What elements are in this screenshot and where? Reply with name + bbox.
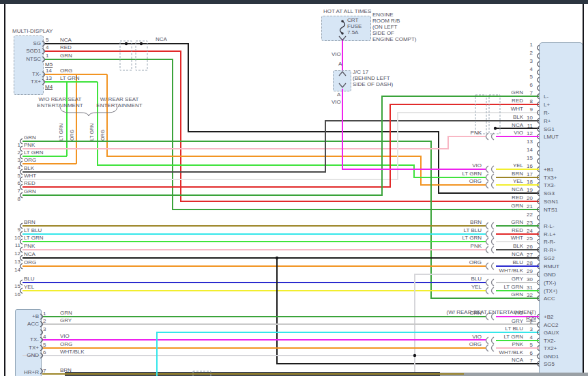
wire-color-label: VIO — [442, 162, 482, 169]
right-pin-name-+B1: +B1 — [544, 167, 553, 173]
diagram-right-border — [583, 4, 584, 376]
wire-color-label: ORG — [60, 341, 72, 347]
wire-color-label: RED — [486, 227, 523, 233]
wire-color-label: WHT/BLK — [486, 349, 523, 356]
right-pin-name-SG1: SG1 — [544, 126, 555, 132]
right-pin-name-GND: GND — [544, 272, 556, 278]
wire-color-label: LT GRN — [442, 235, 482, 241]
right-pin-number-15: 15 — [518, 155, 533, 161]
connector-ref-m4[interactable]: M4 — [45, 84, 53, 90]
multi-display-pin-number-4: 4 — [46, 44, 48, 50]
multi-display-pin-name-TX-: TX- — [19, 71, 41, 77]
wire-color-label: GRN — [486, 219, 523, 225]
wire-color-label: BLK — [486, 243, 523, 249]
wire-color-label: BLK — [486, 114, 523, 120]
multi-display-pin-name-SGD1: SGD1 — [19, 48, 41, 54]
wire-color-vio-upper: VIO — [332, 51, 341, 57]
wire-color-label: GRN — [24, 134, 36, 141]
splice-dot — [413, 354, 416, 357]
wire-color-label: LT BLU — [486, 326, 523, 332]
left-pin-terminal-9 — [20, 223, 23, 229]
left-pin-number-16: 16 — [7, 291, 20, 298]
bottom-left-pin-number-6: 6 — [43, 349, 46, 356]
vertical-wire-label-org-1: ORG — [70, 111, 74, 141]
right-pin-name-L-: L- — [544, 93, 548, 100]
wire-color-label: PNK — [24, 243, 35, 249]
wire-color-label: PNK — [442, 130, 482, 136]
wire-ltgrn — [98, 82, 486, 177]
wire-color-label: VIO — [486, 310, 523, 316]
right-pin-number-3: 3 — [518, 58, 533, 64]
without-rear-seat-label: W/O REAR SEAT ENTERTAINMENT — [36, 96, 84, 109]
wire-color-label: GRN — [60, 310, 72, 316]
left-pin-number-11: 11 — [7, 242, 20, 248]
window-bottom-bar — [65, 372, 440, 376]
fuse-location-label: ENGINE ROOM R/B (ON LEFT SIDE OF ENGINE … — [372, 12, 416, 42]
wire-color-label: RED — [60, 44, 72, 50]
wire-color-label: NCA — [486, 122, 523, 128]
wire-color-label: PNK — [486, 341, 523, 347]
bottom-left-pin-number-5: 5 — [43, 342, 46, 348]
wire-color-label: VIO — [486, 130, 523, 136]
right-pin-number-22: 22 — [518, 212, 533, 218]
right-pin-number-5: 5 — [518, 74, 533, 80]
wire-color-label: LT GRN — [486, 284, 523, 290]
fuse-label: CRT FUSE 7.5A — [347, 17, 362, 35]
terminal-tag-a-lower: A — [337, 91, 340, 98]
left-pin-terminal-4 — [20, 161, 23, 167]
junction-connector-box — [333, 70, 351, 91]
wire-color-label: ORG — [24, 157, 36, 163]
left-pin-number-5: 5 — [7, 173, 20, 179]
wiring-diagram-page: MULTI-DISPLAY M5 M4 HOT AT ALL TIMES CRT… — [0, 0, 588, 376]
window-bottom-scrollbar[interactable] — [440, 373, 588, 376]
wire-color-label: YEL — [486, 178, 523, 184]
right-pin-name-R-L-: R-L- — [544, 223, 555, 229]
multi-display-pin-name-SG: SG — [19, 40, 41, 46]
wire-color-label: BLU — [486, 259, 523, 265]
wire-color-label: BLU — [24, 276, 35, 282]
wire-color-label: WHT/BLK — [486, 267, 523, 274]
left-pin-number-14: 14 — [7, 267, 20, 273]
multi-display-pin-number-5: 5 — [46, 37, 48, 43]
wire-color-label: RED — [486, 194, 523, 201]
multi-display-pin-number-13: 13 — [46, 75, 52, 81]
left-pin-terminal-12 — [20, 247, 23, 252]
wire-color-label: WHT — [486, 235, 523, 241]
wire-color-label: RED — [24, 180, 35, 186]
wire-color-label: ORG — [60, 68, 72, 74]
wire-color-label: PNK — [442, 243, 482, 249]
splice-dot — [276, 257, 278, 259]
wire-color-label: LT GRN — [24, 235, 44, 241]
left-pin-terminal-13 — [20, 255, 23, 261]
wire-color-label: LT BLU — [442, 227, 482, 233]
left-pin-terminal-7 — [20, 184, 23, 190]
left-pin-terminal-16 — [20, 288, 23, 293]
right-pin-name-TX-: (TX-) — [544, 280, 556, 286]
wire-color-label: BLK — [24, 165, 34, 171]
wire-color-label: VIO — [60, 333, 70, 339]
wire-color-label: BRN — [442, 219, 482, 225]
wire-color-label: LT GRN — [24, 149, 44, 156]
bottom-left-pin-number-3: 3 — [43, 326, 46, 332]
wire-color-label: ORG — [442, 178, 482, 184]
right-pin-name-R+: R+ — [544, 118, 550, 124]
right-pin-number-13: 13 — [518, 139, 533, 145]
wire-color-label: GRN — [486, 89, 523, 96]
right-pin-number-4: 4 — [518, 66, 533, 72]
connector-ref-m5[interactable]: M5 — [45, 61, 53, 68]
right-pin-name-R-L+: R-L+ — [544, 231, 556, 237]
left-pin-number-8: 8 — [7, 196, 20, 202]
bottom-left-pin-name-TX-: TX- — [17, 336, 39, 343]
left-pin-number-6: 6 — [7, 180, 20, 186]
wire-color-label: NCA — [486, 251, 523, 257]
wire-color-label: NCA — [24, 251, 35, 257]
right-lower-pin-name-TX2-: TX2- — [544, 338, 555, 344]
right-pin-name-NTS1: NTS1 — [544, 207, 557, 213]
right-pin-name-TX3-: TX3- — [544, 182, 555, 188]
splice-dot — [125, 42, 128, 45]
wire-color-label: YEL — [442, 284, 482, 290]
left-pin-terminal-3 — [20, 154, 23, 159]
wire-color-label: GRY — [486, 276, 523, 282]
wire-color-label: GRN — [60, 53, 72, 59]
right-pin-name-TX+: (TX+) — [544, 288, 557, 294]
